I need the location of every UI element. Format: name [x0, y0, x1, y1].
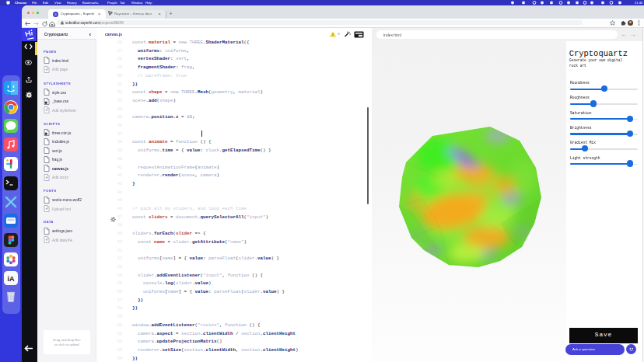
svg-text:iA: iA — [8, 275, 16, 283]
